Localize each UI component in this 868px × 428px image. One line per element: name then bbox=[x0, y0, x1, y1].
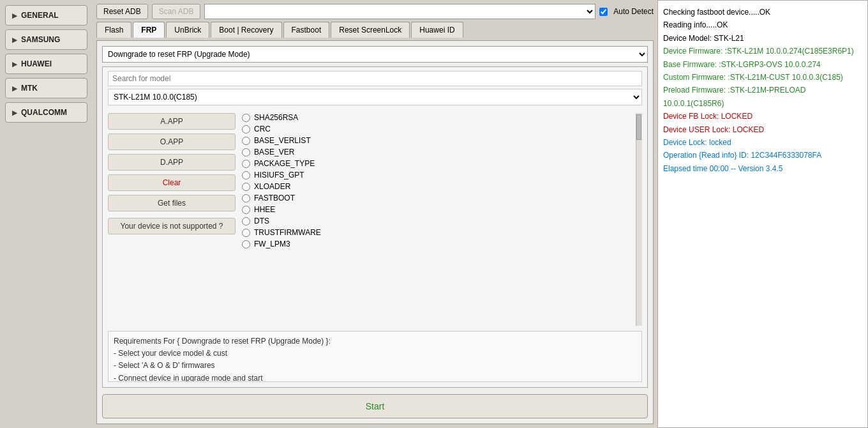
log-line: Reading info.....OK bbox=[663, 19, 862, 31]
log-line: Elapsed time 00:00 -- Version 3.4.5 bbox=[663, 162, 862, 175]
checkbox-input[interactable] bbox=[242, 229, 250, 237]
log-line: Device FB Lock: LOCKED bbox=[663, 110, 862, 123]
arrow-icon: ▶ bbox=[12, 109, 17, 116]
req-line: - Select 'A & O & D' firmwares bbox=[114, 361, 215, 370]
tab-fastboot[interactable]: Fastboot bbox=[283, 22, 330, 38]
d-app-button[interactable]: D.APP bbox=[108, 154, 236, 171]
start-button[interactable]: Start bbox=[102, 394, 648, 418]
checkbox-label: HHEE bbox=[254, 205, 275, 214]
checkbox-label: SHA256RSA bbox=[254, 113, 298, 122]
log-line: Device USER Lock: LOCKED bbox=[663, 123, 862, 136]
log-panel: Checking fastboot device.....OKReading i… bbox=[657, 0, 868, 428]
log-line: Checking fastboot device.....OK bbox=[663, 6, 862, 19]
inner-panel: STK-L21M 10.0.0(C185) A.APP O.APP D.APP … bbox=[102, 66, 648, 388]
arrow-icon: ▶ bbox=[12, 12, 17, 19]
checkbox-item: TRUSTFIRMWARE bbox=[242, 228, 636, 237]
sidebar: ▶GENERAL▶SAMSUNG▶HUAWEI▶MTK▶QUALCOMM bbox=[0, 0, 93, 428]
mode-select[interactable]: Downgrade to reset FRP (Upgrade Mode) bbox=[102, 46, 648, 63]
checkbox-item: PACKAGE_TYPE bbox=[242, 159, 636, 168]
req-line: - Connect device in upgrade mode and sta… bbox=[114, 374, 262, 382]
scrollbar-thumb[interactable] bbox=[636, 114, 641, 140]
checkbox-item: FASTBOOT bbox=[242, 194, 636, 203]
log-line: Device Lock: locked bbox=[663, 136, 862, 149]
sidebar-item-mtk[interactable]: ▶MTK bbox=[5, 78, 87, 98]
checkbox-input[interactable] bbox=[242, 194, 250, 203]
checkbox-input[interactable] bbox=[242, 171, 250, 180]
checkbox-label: XLOADER bbox=[254, 182, 290, 191]
log-line: Device Model: STK-L21 bbox=[663, 32, 862, 45]
tab-frp[interactable]: FRP bbox=[133, 22, 165, 38]
search-row bbox=[103, 67, 647, 86]
checkbox-list: SHA256RSACRCBASE_VERLISTBASE_VERPACKAGE_… bbox=[236, 113, 636, 326]
checkbox-item: DTS bbox=[242, 217, 636, 225]
checkbox-item: HHEE bbox=[242, 205, 636, 214]
checkbox-item: SHA256RSA bbox=[242, 113, 636, 122]
auto-detect-checkbox[interactable] bbox=[599, 8, 608, 16]
checkbox-label: FASTBOOT bbox=[254, 194, 295, 203]
checkbox-input[interactable] bbox=[242, 114, 250, 122]
tab-huawei-id[interactable]: Huawei ID bbox=[411, 22, 463, 38]
auto-detect-label: Auto Detect bbox=[613, 7, 654, 16]
checkbox-input[interactable] bbox=[242, 206, 250, 214]
tab-bar: FlashFRPUnBrickBoot | RecoveryFastbootRe… bbox=[96, 22, 654, 38]
checkbox-label: BASE_VERLIST bbox=[254, 136, 311, 145]
log-line: Operation {Read info} ID: 12C344F6333078… bbox=[663, 149, 862, 162]
checkbox-label: BASE_VER bbox=[254, 148, 294, 157]
sidebar-label: GENERAL bbox=[21, 11, 59, 20]
log-line: Base Firmware: :STK-LGRP3-OVS 10.0.0.274 bbox=[663, 58, 862, 71]
checkbox-item: FW_LPM3 bbox=[242, 240, 636, 248]
sidebar-item-huawei[interactable]: ▶HUAWEI bbox=[5, 54, 87, 74]
o-app-button[interactable]: O.APP bbox=[108, 134, 236, 150]
sidebar-item-general[interactable]: ▶GENERAL bbox=[5, 5, 87, 26]
checkbox-item: BASE_VERLIST bbox=[242, 136, 636, 145]
a-app-button[interactable]: A.APP bbox=[108, 113, 236, 130]
checkbox-label: TRUSTFIRMWARE bbox=[254, 228, 321, 237]
checkbox-label: CRC bbox=[254, 125, 271, 134]
sidebar-label: HUAWEI bbox=[21, 59, 52, 68]
tab-unbrick[interactable]: UnBrick bbox=[166, 22, 209, 38]
checkbox-input[interactable] bbox=[242, 217, 250, 225]
scrollbar-track[interactable] bbox=[636, 113, 642, 326]
arrow-icon: ▶ bbox=[12, 36, 17, 43]
checkbox-item: HISIUFS_GPT bbox=[242, 171, 636, 180]
checkbox-input[interactable] bbox=[242, 137, 250, 145]
checkbox-input[interactable] bbox=[242, 125, 250, 134]
log-line: Preload Firmware: :STK-L21M-PRELOAD 10.0… bbox=[663, 84, 862, 110]
model-row: STK-L21M 10.0.0(C185) bbox=[103, 86, 647, 108]
clear-button[interactable]: Clear bbox=[108, 174, 236, 191]
reset-adb-button[interactable]: Reset ADB bbox=[96, 4, 148, 19]
sidebar-item-qualcomm[interactable]: ▶QUALCOMM bbox=[5, 102, 87, 123]
arrow-icon: ▶ bbox=[12, 61, 17, 68]
toolbar: Reset ADB Scan ADB Auto Detect bbox=[96, 4, 654, 19]
model-select[interactable]: STK-L21M 10.0.0(C185) bbox=[108, 89, 642, 105]
scan-adb-button[interactable]: Scan ADB bbox=[152, 4, 201, 19]
content-panel: Downgrade to reset FRP (Upgrade Mode) ST… bbox=[96, 40, 654, 424]
sidebar-label: SAMSUNG bbox=[21, 35, 60, 44]
checkbox-input[interactable] bbox=[242, 183, 250, 191]
checkbox-input[interactable] bbox=[242, 160, 250, 168]
checkbox-label: FW_LPM3 bbox=[254, 240, 290, 248]
not-supported-button[interactable]: Your device is not supported ? bbox=[108, 218, 236, 234]
main-panel: Reset ADB Scan ADB Auto Detect FlashFRPU… bbox=[93, 0, 657, 428]
checkbox-item: CRC bbox=[242, 125, 636, 134]
get-files-button[interactable]: Get files bbox=[108, 195, 236, 211]
checkbox-label: HISIUFS_GPT bbox=[254, 171, 304, 180]
checkbox-input[interactable] bbox=[242, 240, 250, 248]
checkbox-label: DTS bbox=[254, 217, 269, 225]
req-title: Requirements For { Downgrade to reset FR… bbox=[114, 337, 331, 346]
port-select[interactable] bbox=[204, 4, 595, 19]
checkbox-input[interactable] bbox=[242, 148, 250, 157]
arrow-icon: ▶ bbox=[12, 85, 17, 92]
requirements-box: Requirements For { Downgrade to reset FR… bbox=[108, 331, 642, 382]
tab-reset-screenlock[interactable]: Reset ScreenLock bbox=[331, 22, 410, 38]
sidebar-item-samsung[interactable]: ▶SAMSUNG bbox=[5, 29, 87, 50]
log-line: Device Firmware: :STK-L21M 10.0.0.274(C1… bbox=[663, 45, 862, 57]
search-input[interactable] bbox=[108, 71, 642, 86]
req-line: - Select your device model & cust bbox=[114, 349, 227, 358]
tab-boot-recovery[interactable]: Boot | Recovery bbox=[211, 22, 281, 38]
left-column: A.APP O.APP D.APP Clear Get files Your d… bbox=[108, 113, 236, 326]
mode-row: Downgrade to reset FRP (Upgrade Mode) bbox=[102, 46, 648, 63]
sidebar-label: QUALCOMM bbox=[21, 108, 67, 117]
firmware-section: A.APP O.APP D.APP Clear Get files Your d… bbox=[103, 108, 647, 331]
tab-flash[interactable]: Flash bbox=[96, 22, 131, 38]
